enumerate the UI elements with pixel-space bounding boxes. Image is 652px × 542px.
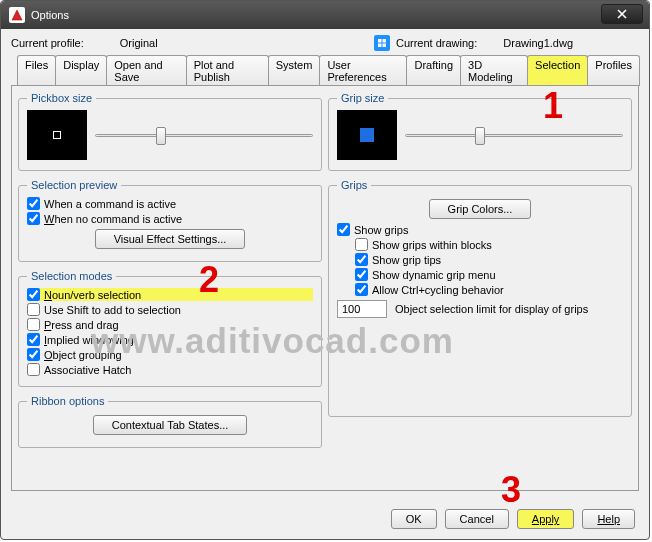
tab-panel-selection: Pickbox size Selection preview When bbox=[11, 85, 639, 491]
associative-hatch[interactable]: Associative Hatch bbox=[27, 363, 313, 376]
ctrl-cycle-check[interactable] bbox=[355, 283, 368, 296]
grips-legend: Grips bbox=[337, 179, 371, 191]
tab-display[interactable]: Display bbox=[55, 55, 107, 86]
pickbox-slider[interactable] bbox=[95, 125, 313, 145]
current-profile-value: Original bbox=[120, 37, 158, 49]
close-button[interactable] bbox=[601, 4, 643, 24]
ribbon-options-group: Ribbon options Contextual Tab States... bbox=[18, 395, 322, 448]
visual-effect-settings-button[interactable]: Visual Effect Settings... bbox=[95, 229, 246, 249]
press-drag-check[interactable] bbox=[27, 318, 40, 331]
help-button[interactable]: Help bbox=[582, 509, 635, 529]
gripsize-legend: Grip size bbox=[337, 92, 388, 104]
dialog-buttons: OK Cancel Apply Help bbox=[391, 509, 635, 529]
ribbon-legend: Ribbon options bbox=[27, 395, 108, 407]
cancel-button[interactable]: Cancel bbox=[445, 509, 509, 529]
show-dynamic-grip-menu[interactable]: Show dynamic grip menu bbox=[355, 268, 623, 281]
tab-files[interactable]: Files bbox=[17, 55, 56, 86]
tab-profiles[interactable]: Profiles bbox=[587, 55, 640, 86]
when-no-command-active[interactable]: When no command is active bbox=[27, 212, 313, 225]
allow-ctrl-cycling[interactable]: Allow Ctrl+cycling behavior bbox=[355, 283, 623, 296]
when-command-active-check[interactable] bbox=[27, 197, 40, 210]
within-blocks-check[interactable] bbox=[355, 238, 368, 251]
use-shift-check[interactable] bbox=[27, 303, 40, 316]
titlebar: Options bbox=[1, 1, 649, 29]
when-command-active[interactable]: When a command is active bbox=[27, 197, 313, 210]
drawing-icon bbox=[374, 35, 390, 51]
tab-3d-modeling[interactable]: 3D Modeling bbox=[460, 55, 528, 86]
current-drawing-value: Drawing1.dwg bbox=[503, 37, 573, 49]
selection-modes-legend: Selection modes bbox=[27, 270, 116, 282]
gripsize-slider[interactable] bbox=[405, 125, 623, 145]
pickbox-legend: Pickbox size bbox=[27, 92, 96, 104]
gripsize-group: Grip size bbox=[328, 92, 632, 171]
current-drawing-label: Current drawing: bbox=[396, 37, 477, 49]
selection-preview-group: Selection preview When a command is acti… bbox=[18, 179, 322, 262]
window-title: Options bbox=[31, 9, 69, 21]
show-grips[interactable]: Show grips bbox=[337, 223, 623, 236]
noun-verb-check[interactable] bbox=[27, 288, 40, 301]
current-profile-label: Current profile: bbox=[11, 37, 84, 49]
implied-windowing[interactable]: Implied windowing bbox=[27, 333, 313, 346]
use-shift-add[interactable]: Use Shift to add to selection bbox=[27, 303, 313, 316]
app-icon bbox=[9, 7, 25, 23]
obj-group-check[interactable] bbox=[27, 348, 40, 361]
implied-win-check[interactable] bbox=[27, 333, 40, 346]
show-grip-tips[interactable]: Show grip tips bbox=[355, 253, 623, 266]
when-no-command-active-check[interactable] bbox=[27, 212, 40, 225]
tab-user-preferences[interactable]: User Preferences bbox=[319, 55, 407, 86]
tab-plot-and-publish[interactable]: Plot and Publish bbox=[186, 55, 269, 86]
tab-drafting[interactable]: Drafting bbox=[406, 55, 461, 86]
grip-tips-check[interactable] bbox=[355, 253, 368, 266]
tab-system[interactable]: System bbox=[268, 55, 321, 86]
apply-button[interactable]: Apply bbox=[517, 509, 575, 529]
tab-open-and-save[interactable]: Open and Save bbox=[106, 55, 186, 86]
object-grouping[interactable]: Object grouping bbox=[27, 348, 313, 361]
pickbox-preview bbox=[27, 110, 87, 160]
assoc-hatch-check[interactable] bbox=[27, 363, 40, 376]
profile-line: Current profile: Original Current drawin… bbox=[11, 35, 639, 51]
press-and-drag[interactable]: Press and drag bbox=[27, 318, 313, 331]
selection-limit-input[interactable] bbox=[337, 300, 387, 318]
dynamic-menu-check[interactable] bbox=[355, 268, 368, 281]
noun-verb-selection[interactable]: Noun/verb selection bbox=[27, 288, 313, 301]
show-grips-within-blocks[interactable]: Show grips within blocks bbox=[355, 238, 623, 251]
tabs: FilesDisplayOpen and SavePlot and Publis… bbox=[11, 55, 639, 86]
grip-preview bbox=[337, 110, 397, 160]
tab-selection[interactable]: Selection bbox=[527, 55, 588, 86]
selection-modes-group: Selection modes Noun/verb selection Use … bbox=[18, 270, 322, 387]
grip-colors-button[interactable]: Grip Colors... bbox=[429, 199, 532, 219]
selection-limit-label: Object selection limit for display of gr… bbox=[395, 303, 588, 315]
pickbox-group: Pickbox size bbox=[18, 92, 322, 171]
show-grips-check[interactable] bbox=[337, 223, 350, 236]
close-icon bbox=[617, 9, 627, 19]
contextual-tab-states-button[interactable]: Contextual Tab States... bbox=[93, 415, 248, 435]
grips-group: Grips Grip Colors... Show grips Show gri… bbox=[328, 179, 632, 417]
selection-preview-legend: Selection preview bbox=[27, 179, 121, 191]
ok-button[interactable]: OK bbox=[391, 509, 437, 529]
